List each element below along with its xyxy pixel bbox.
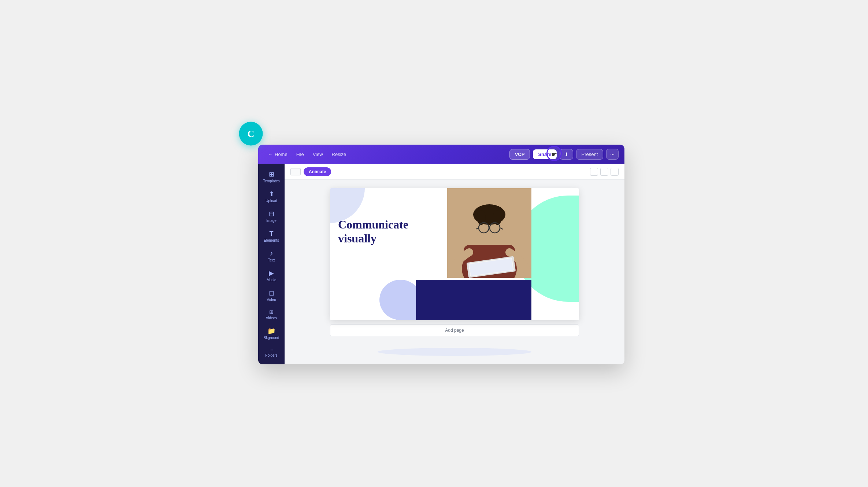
templates-icon: ⊞ (269, 171, 274, 178)
music-icon: ▶ (269, 270, 274, 276)
videos-icon: ⊞ (269, 309, 274, 315)
image-icon: ⊟ (269, 211, 274, 217)
sidebar-item-background[interactable]: 📁 Bkground (260, 325, 283, 343)
right-panel: Animate (285, 164, 624, 364)
sidebar: ⊞ Templates ⬆ Upload ⊟ Image T Elements … (258, 164, 285, 364)
sidebar-label-videos: Videos (266, 316, 277, 320)
share-button[interactable]: Share (533, 149, 556, 159)
download-icon: ⬇ (564, 152, 568, 157)
sidebar-label-templates: Templates (263, 179, 280, 183)
view-toggle-1[interactable] (590, 168, 598, 176)
slide[interactable]: Communicate visually (330, 188, 579, 320)
app-body: ⊞ Templates ⬆ Upload ⊟ Image T Elements … (258, 164, 624, 364)
sidebar-item-image[interactable]: ⊟ Image (260, 208, 283, 226)
nav-bar: ← Home File View Resize (264, 149, 505, 159)
sidebar-item-text[interactable]: ♪ Text (260, 247, 283, 265)
view-nav[interactable]: View (309, 149, 327, 159)
elements-icon: T (270, 230, 274, 237)
upload-icon: ⬆ (269, 191, 274, 197)
sidebar-label-elements: Elements (264, 238, 279, 243)
download-button[interactable]: ⬇ (560, 149, 573, 160)
sidebar-label-image: Image (266, 219, 277, 223)
more-button[interactable]: ··· (606, 149, 619, 160)
sidebar-label-music: Music (267, 278, 276, 282)
shadow-ellipse (378, 348, 531, 356)
share-wrapper: Share ☛ (533, 149, 556, 159)
browser-window: ← Home File View Resize VCP Share (258, 145, 624, 364)
text-icon: ♪ (270, 250, 273, 257)
sidebar-item-upload[interactable]: ⬆ Upload (260, 188, 283, 206)
sub-toolbar: Animate (285, 164, 624, 180)
sidebar-item-music[interactable]: ▶ Music (260, 267, 283, 285)
file-nav[interactable]: File (293, 149, 308, 159)
sidebar-item-templates[interactable]: ⊞ Templates (260, 168, 283, 186)
folders-icon: ··· (270, 347, 273, 352)
slide-text-area: Communicate visually (338, 218, 448, 246)
bottom-left-blob (379, 280, 422, 320)
sidebar-label-video: Video (267, 298, 276, 302)
sidebar-item-elements[interactable]: T Elements (260, 227, 283, 246)
sidebar-label-folders: Folders (265, 353, 277, 358)
sidebar-label-background: Bkground (264, 336, 279, 340)
sidebar-item-more[interactable]: ··· More (260, 362, 283, 364)
view-toggle-3[interactable] (611, 168, 619, 176)
sidebar-item-video[interactable]: ◻ Video (260, 287, 283, 305)
present-button[interactable]: Present (576, 149, 604, 160)
resize-nav[interactable]: Resize (328, 149, 350, 159)
toolbar: ← Home File View Resize VCP Share (258, 145, 624, 164)
view-controls (590, 168, 619, 176)
add-page-label: Add page (445, 328, 464, 333)
canvas-content: Communicate visually (285, 180, 624, 364)
person-svg (447, 188, 531, 278)
view-toggle-2[interactable] (600, 168, 608, 176)
add-page-bar[interactable]: Add page (330, 324, 579, 336)
animate-button[interactable]: Animate (304, 167, 331, 176)
sidebar-item-videos[interactable]: ⊞ Videos (260, 306, 283, 323)
slide-photo (447, 188, 531, 278)
toolbar-right: VCP Share ☛ ⬇ Present ··· (509, 149, 619, 160)
home-nav[interactable]: ← Home (264, 149, 291, 159)
sidebar-item-folders[interactable]: ··· Folders (260, 345, 283, 361)
page-thumbnail[interactable] (290, 168, 301, 175)
vcp-button[interactable]: VCP (509, 149, 530, 160)
background-icon: 📁 (267, 328, 275, 334)
video-icon: ◻ (269, 290, 274, 296)
slide-headline: Communicate visually (338, 218, 448, 246)
sidebar-label-text: Text (268, 258, 275, 263)
canvas-area: Communicate visually (285, 180, 624, 364)
bottom-dark-bar (416, 280, 531, 320)
canva-logo: C (239, 122, 263, 146)
sidebar-label-upload: Upload (266, 199, 277, 203)
